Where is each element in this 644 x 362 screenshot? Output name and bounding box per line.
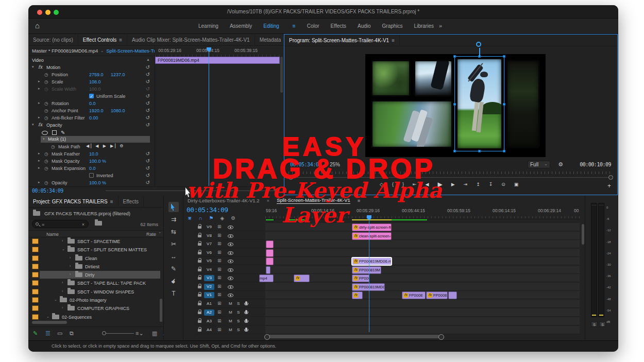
add-button[interactable]: + bbox=[607, 182, 611, 189]
snap-icon[interactable]: ∩ bbox=[198, 215, 202, 221]
lock-icon[interactable] bbox=[198, 243, 201, 246]
play-button[interactable]: ▶ bbox=[437, 181, 442, 188]
effect-row-scale-width[interactable]: ▸◷Scale Width100.0↺ bbox=[28, 85, 155, 93]
track-header-v7[interactable]: V7⊞ bbox=[196, 240, 265, 248]
timeline-clip[interactable] bbox=[266, 266, 270, 274]
mute-button[interactable]: M bbox=[229, 310, 232, 315]
chevron-right-icon[interactable]: ▸ bbox=[38, 101, 40, 105]
workspace-tab-color[interactable]: Color bbox=[307, 23, 319, 29]
sequence-settings-icon[interactable]: ⚙ bbox=[231, 215, 235, 221]
bin-row-sbct-tape-ball-tape-pack[interactable]: ›SBCT - TAPE BALL: TAPE PACK bbox=[28, 279, 163, 287]
label-color-chip[interactable] bbox=[32, 305, 39, 311]
tab-effect-controls[interactable]: Effect Controls≡ bbox=[78, 34, 127, 45]
bin-name[interactable]: COMPUTER GRAPHICS bbox=[77, 306, 129, 311]
step-back-button[interactable]: ◀ bbox=[426, 182, 429, 187]
panel-menu-icon[interactable]: ≡ bbox=[110, 199, 113, 204]
chevron-down-icon[interactable]: ⌄ bbox=[100, 49, 104, 53]
lock-icon[interactable] bbox=[198, 320, 201, 323]
parameter-value[interactable]: 1080.0 bbox=[111, 108, 125, 113]
effect-row-mask-opacity[interactable]: ▸◷Mask Opacity100.0 %↺ bbox=[28, 158, 155, 165]
eye-icon[interactable] bbox=[228, 226, 233, 229]
bin-name[interactable]: SBCT - TAPE BALL: TAPE PACK bbox=[77, 281, 146, 286]
track-header-v6[interactable]: V6⊞ bbox=[196, 249, 265, 257]
track-header-a2[interactable]: A2⊞MS bbox=[196, 308, 265, 317]
go-to-in-button[interactable]: ⇤ bbox=[413, 182, 417, 187]
chevron-right-icon[interactable]: ▸ bbox=[38, 180, 40, 184]
effect-name[interactable]: Motion bbox=[46, 65, 60, 70]
track-target-button[interactable]: A2 bbox=[204, 309, 214, 316]
lock-icon[interactable] bbox=[198, 269, 201, 271]
writable-indicator-button[interactable]: ✎ bbox=[33, 330, 38, 337]
transform-handle[interactable] bbox=[453, 55, 456, 58]
transform-handle[interactable] bbox=[478, 150, 481, 152]
eye-icon[interactable] bbox=[228, 260, 233, 263]
timeline-settings-icon[interactable]: ⋇ bbox=[188, 215, 192, 221]
lock-icon[interactable] bbox=[198, 226, 201, 229]
type-tool[interactable]: T bbox=[168, 288, 179, 299]
sync-lock-icon[interactable]: ⊞ bbox=[217, 318, 222, 323]
track-header-v4[interactable]: V4⊞ bbox=[196, 266, 265, 274]
lock-icon[interactable] bbox=[198, 235, 201, 237]
track-lane-v7[interactable] bbox=[265, 240, 580, 248]
bin-row-dirtiest[interactable]: ›Dirtiest bbox=[28, 263, 163, 271]
lock-icon[interactable] bbox=[198, 294, 201, 297]
hand-tool[interactable]: ☛ bbox=[168, 276, 179, 286]
horizontal-scrollbar[interactable] bbox=[106, 191, 276, 191]
search-bin-icon[interactable] bbox=[95, 221, 102, 226]
timeline-clip-fp000[interactable]: fxFP000 bbox=[352, 274, 369, 282]
mask-item-selected[interactable]: Mask (1)▾ bbox=[41, 136, 150, 143]
bin-row-clean[interactable]: ›Clean bbox=[28, 254, 163, 263]
sync-lock-icon[interactable]: ⊞ bbox=[217, 224, 222, 229]
current-timecode[interactable]: 00:05:34:09 bbox=[32, 188, 63, 194]
zoom-level-select[interactable]: 25%⌄ bbox=[330, 162, 351, 167]
eye-icon[interactable] bbox=[228, 277, 233, 280]
rect-mask-icon[interactable] bbox=[52, 130, 57, 135]
lock-icon[interactable] bbox=[198, 252, 201, 254]
track-lane-a4[interactable] bbox=[265, 326, 580, 334]
parameter-value[interactable]: 2759.0 bbox=[89, 72, 104, 77]
reset-parameter-icon[interactable]: ↺ bbox=[146, 180, 150, 185]
workspace-tab-effects[interactable]: Effects bbox=[331, 23, 346, 29]
bin-name[interactable]: 02-Photo Imagery bbox=[70, 298, 107, 303]
timeline-clip[interactable] bbox=[266, 249, 274, 257]
twirl-icon[interactable]: › bbox=[62, 239, 63, 243]
timeline-clip[interactable] bbox=[266, 240, 274, 248]
sort-icons-button[interactable]: ≡⌄ bbox=[135, 330, 144, 337]
parameter-value[interactable]: 100.0 % bbox=[89, 180, 106, 185]
effect-row-anti-flicker-filter[interactable]: ▸◷Anti-flicker Filter0.00↺ bbox=[28, 114, 155, 122]
tab-source-no-clips-[interactable]: Source: (no clips) bbox=[28, 34, 78, 45]
comparison-view-button[interactable]: ▣ bbox=[514, 182, 519, 187]
minitimeline-scrollbar[interactable] bbox=[289, 175, 613, 180]
timeline-clip[interactable] bbox=[448, 291, 457, 299]
track-header-v8[interactable]: V8⊞ bbox=[196, 232, 265, 240]
effect-row-opacity[interactable]: ▸◷Opacity100.0 %↺ bbox=[28, 179, 155, 186]
track-target-button[interactable]: V2 bbox=[204, 284, 214, 290]
parameter-value[interactable]: 10.0 bbox=[89, 151, 98, 157]
scrollbar-handle[interactable] bbox=[289, 175, 293, 180]
close-tab-icon[interactable]: × bbox=[267, 198, 270, 203]
checkbox[interactable]: ✓ bbox=[89, 94, 94, 98]
effect-row-motion[interactable]: ▾fxMotion↺ bbox=[28, 64, 155, 71]
eye-icon[interactable] bbox=[228, 243, 233, 246]
stopwatch-icon[interactable]: ◷ bbox=[44, 166, 48, 171]
sync-lock-icon[interactable]: ⊞ bbox=[217, 275, 222, 280]
ripple-edit-tool[interactable]: ⇆ bbox=[168, 227, 179, 237]
eye-icon[interactable] bbox=[228, 234, 233, 238]
track-target-button[interactable]: A1 bbox=[204, 301, 214, 307]
track-header-v1[interactable]: V1⊞ bbox=[196, 291, 265, 299]
chevron-right-icon[interactable]: ▸ bbox=[38, 87, 40, 91]
effect-row-video[interactable]: Video▲ bbox=[28, 57, 155, 64]
reset-parameter-icon[interactable]: ↺ bbox=[146, 100, 150, 106]
bin-row-dirty[interactable]: ›Dirty bbox=[28, 271, 163, 279]
track-lane-v3[interactable] bbox=[265, 274, 580, 282]
track-target-button[interactable]: V8 bbox=[204, 233, 214, 239]
lock-icon[interactable] bbox=[198, 312, 201, 314]
eye-icon[interactable] bbox=[228, 285, 233, 289]
bin-name[interactable]: 02-Sequences bbox=[62, 315, 92, 320]
scrollbar-handle[interactable] bbox=[608, 175, 613, 180]
parameter-value[interactable]: 1237.0 bbox=[111, 72, 125, 77]
settings-wrench-icon[interactable]: ⚙ bbox=[558, 161, 563, 168]
clip-duration-bar[interactable]: FP000819MD06.mp4 bbox=[155, 57, 280, 64]
track-header-a3[interactable]: A3⊞MS bbox=[196, 317, 265, 325]
twirl-icon[interactable]: › bbox=[62, 281, 63, 284]
